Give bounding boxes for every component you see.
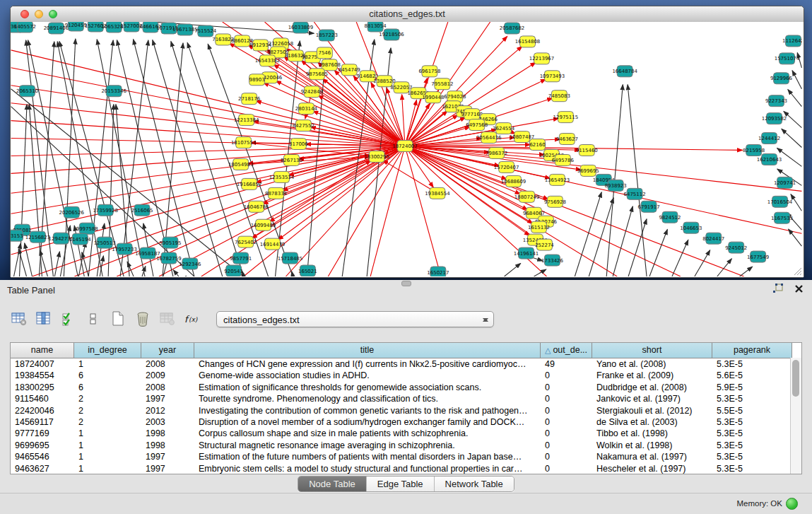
network-node[interactable]: 16099489 [251,219,276,230]
table-row[interactable]: 969969511998Structural magnetic resonanc… [11,440,801,451]
network-node[interactable]: 1733426 [541,255,563,266]
table-row[interactable]: 911546021997Tourette syndrome. Phenomeno… [11,393,801,404]
network-node[interactable]: 1615132 [528,221,550,233]
network-canvas[interactable]: 1872400771638228860128891293423226058982… [11,22,804,277]
network-node[interactable]: 20587682 [500,23,524,34]
network-node[interactable]: 33153 [11,230,23,241]
network-node[interactable]: 15751074 [775,53,800,64]
modify-table-button[interactable] [10,310,28,328]
network-node[interactable]: 8938923 [605,180,627,191]
window-resize-grip[interactable] [792,266,802,276]
network-node[interactable]: 18054983 [228,158,253,170]
network-node[interactable]: 8878334 [265,187,288,199]
network-node[interactable]: 98903 [249,74,265,86]
create-column-button[interactable] [109,310,127,328]
network-node[interactable]: 7515524 [194,25,217,37]
float-panel-icon[interactable] [773,284,784,294]
table-row[interactable]: 1456911722003Disruption of a novel membe… [11,416,801,428]
citation-network-graph[interactable]: 1872400771638228860128891293423226058982… [11,22,802,276]
network-node[interactable]: 1112642 [782,35,802,47]
tab-edge-table[interactable]: Edge Table [366,477,434,491]
select-all-columns-button[interactable] [59,310,78,328]
network-node[interactable]: 7955812 [431,78,453,90]
network-node[interactable]: 1167533 [771,212,793,223]
network-node[interactable]: 10688609 [501,175,526,187]
network-node[interactable]: 62160 [529,139,545,151]
table-row[interactable]: 2242004622012Investigating the contribut… [11,405,801,416]
network-node[interactable]: 20153346 [101,86,126,97]
network-node[interactable]: 12975115 [553,112,578,123]
network-node[interactable]: 9875685 [306,69,328,80]
network-node[interactable]: 1405572 [14,22,36,33]
tab-node-table[interactable]: Node Table [298,477,366,491]
network-node[interactable]: 5905195 [159,237,181,248]
network-node[interactable]: 2065310 [16,86,38,97]
network-node[interactable]: 6497568 [466,119,488,131]
network-node[interactable]: 2718176 [238,93,260,105]
network-node[interactable]: 252274 [535,239,554,250]
network-node[interactable]: 9245012 [725,242,747,253]
network-node[interactable]: 1145194 [69,233,92,245]
column-header-short[interactable]: short [592,343,712,358]
network-node[interactable]: 18107554 [231,137,257,148]
network-node[interactable]: 17016504 [767,196,793,207]
network-node[interactable]: 9227343 [765,95,787,107]
column-header-in_degree[interactable]: in_degree [74,343,141,358]
delete-columns-button[interactable] [134,310,152,328]
network-node[interactable]: 1857223 [316,30,338,41]
table-row[interactable]: 1830029562008Estimation of significance … [11,382,801,393]
vertical-scrollbar[interactable] [790,358,801,474]
network-node[interactable]: 9857791 [230,252,252,264]
network-node[interactable]: 920541 [224,265,243,276]
column-header-title[interactable]: title [194,343,541,358]
network-node[interactable]: 1677549 [747,251,769,262]
delete-table-button[interactable] [158,310,177,328]
network-node[interactable]: 9997588 [76,223,98,234]
network-node[interactable]: 9242848 [301,86,323,98]
network-node[interactable]: 12213967 [529,53,554,64]
column-header-pagerank[interactable]: pagerank [712,343,792,358]
network-node[interactable]: 7485083 [548,90,570,102]
network-node[interactable]: 1046653 [680,222,702,233]
network-node[interactable]: 9115460 [576,145,598,156]
network-node[interactable]: 8813054 [365,22,387,32]
network-node[interactable]: 8215958 [743,145,765,156]
network-node[interactable]: 8024417 [702,233,724,244]
network-node[interactable]: 16648784 [612,66,637,77]
network-node[interactable]: 1209741 [774,177,796,188]
network-node[interactable]: 19384554 [425,187,450,199]
network-node[interactable]: 12093582 [762,113,787,124]
network-node[interactable]: 16154808 [515,36,540,47]
network-node[interactable]: 2516065 [131,204,153,216]
network-node[interactable]: 2803144 [295,103,318,115]
network-node[interactable]: 6475112 [624,188,646,199]
network-node[interactable]: 7546 [317,47,332,59]
network-node[interactable]: 9120459 [65,22,87,31]
network-node[interactable]: 6495786 [552,154,574,165]
network-node[interactable]: 1292346 [179,258,201,269]
table-row[interactable]: 1872400712008Changes of HCN gene express… [11,358,801,370]
network-node[interactable]: 165021 [298,265,317,276]
window-titlebar[interactable]: citations_edges.txt [11,6,804,23]
column-header-year[interactable]: year [141,343,194,358]
close-panel-icon[interactable] [794,284,804,293]
tab-network-table[interactable]: Network Table [434,477,514,491]
network-node[interactable]: 1990448 [422,92,444,103]
network-node[interactable]: 9824512 [659,211,681,223]
network-node[interactable]: 13654923 [545,174,570,185]
network-node[interactable]: 9699695 [577,165,599,176]
table-chooser-dropdown[interactable]: citations_edges.txt [216,311,494,327]
network-node[interactable]: 317006 [289,139,308,150]
network-node[interactable]: 6961758 [418,66,440,77]
table-row[interactable]: 946554611997Estimation of the future num… [11,451,801,462]
network-node[interactable]: 1244412 [758,133,780,144]
network-node[interactable]: 16914479 [260,238,285,250]
network-node[interactable]: 6791917 [638,201,660,212]
function-builder-button[interactable]: f (x) [183,310,201,328]
network-node[interactable]: 15720407 [494,161,519,173]
network-node[interactable]: 9756928 [544,196,566,207]
scrollbar-thumb[interactable] [792,360,799,397]
column-header-out_de[interactable]: △out_de... [541,343,592,358]
network-node[interactable]: 7625402 [235,236,257,247]
network-node[interactable]: 20206526 [59,206,84,218]
